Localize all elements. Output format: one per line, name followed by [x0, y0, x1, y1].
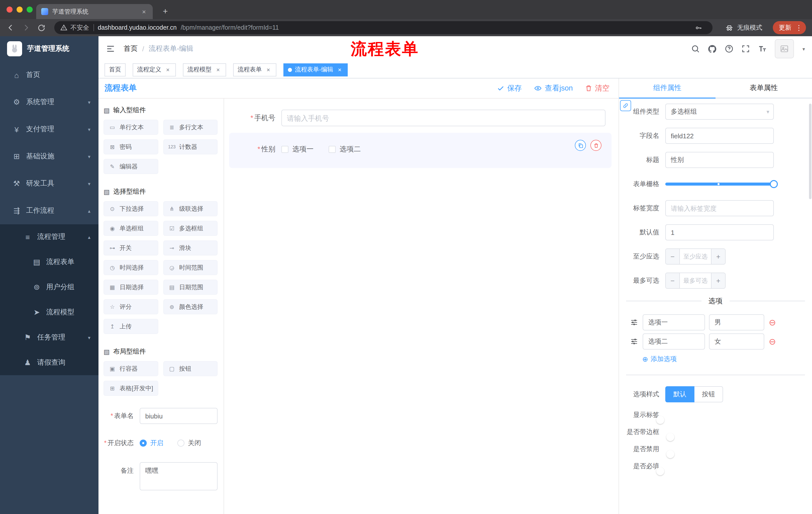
slider-track[interactable] [665, 183, 774, 186]
tag-close-icon[interactable]: × [336, 66, 343, 73]
tag-process-model[interactable]: 流程模型 × [183, 63, 226, 76]
sidebar-item-home[interactable]: ⌂ 首页 [0, 61, 98, 88]
tag-close-icon[interactable]: × [164, 66, 171, 73]
status-radio-on[interactable]: 开启 [140, 438, 163, 448]
sidebar-item-process-form[interactable]: ▤ 流程表单 [0, 249, 98, 275]
option-label-input[interactable] [643, 314, 705, 330]
form-grid-slider[interactable] [665, 176, 774, 192]
browser-tab[interactable]: 芋道管理系统 × [36, 4, 153, 19]
component-item[interactable]: ☆评分 [104, 299, 158, 314]
sidebar-item-devtools[interactable]: ⚒ 研发工具 ▾ [0, 170, 98, 197]
scrollbar-thumb[interactable] [809, 104, 812, 199]
label-width-input[interactable] [665, 200, 774, 216]
component-item[interactable]: ▣行容器 [104, 361, 158, 376]
selected-component-gender[interactable]: *性别 选项一 选项二 [229, 133, 611, 168]
component-item[interactable]: ◶时间范围 [163, 260, 218, 275]
drag-handle-icon[interactable] [630, 337, 639, 346]
option-value-input[interactable] [709, 314, 764, 330]
sidebar-item-infrastructure[interactable]: ⊞ 基础设施 ▾ [0, 143, 98, 170]
tab-component-properties[interactable]: 组件属性 [619, 78, 716, 98]
add-option-button[interactable]: ⊕ 添加选项 [642, 355, 807, 363]
tag-process-form-edit[interactable]: 流程表单-编辑 × [283, 63, 348, 76]
component-item[interactable]: ⊚颜色选择 [163, 299, 218, 314]
security-chip[interactable]: 不安全 [60, 23, 89, 32]
avatar-caret-icon[interactable]: ▾ [803, 46, 805, 52]
view-json-button[interactable]: 查看json [534, 83, 573, 93]
tag-process-form[interactable]: 流程表单 × [233, 63, 277, 76]
tag-home[interactable]: 首页 [105, 63, 126, 76]
github-icon[interactable] [707, 44, 717, 54]
component-item[interactable]: ▦日期选择 [104, 280, 158, 295]
clear-button[interactable]: 清空 [585, 83, 609, 93]
avatar[interactable] [775, 39, 794, 58]
option-style-button-button[interactable]: 按钮 [694, 386, 723, 402]
component-item[interactable]: ≣多行文本 [163, 120, 218, 135]
slider-handle[interactable] [770, 180, 778, 188]
copy-component-button[interactable] [575, 140, 586, 151]
new-tab-button[interactable]: + [160, 6, 171, 17]
back-button[interactable] [6, 23, 15, 32]
breadcrumb-home[interactable]: 首页 [124, 44, 138, 53]
sidebar-item-payment[interactable]: ¥ 支付管理 ▾ [0, 116, 98, 143]
component-item[interactable]: ✎编辑器 [104, 159, 158, 174]
gender-option-2[interactable]: 选项二 [329, 145, 361, 154]
update-button[interactable]: 更新 ⋮ [773, 21, 806, 34]
stepper-value[interactable]: 最多可选 [680, 273, 711, 288]
delete-component-button[interactable] [590, 140, 602, 151]
address-bar[interactable]: 不安全 dashboard.yudao.iocoder.cn/bpm/manag… [54, 21, 713, 34]
minimize-window-button[interactable] [17, 6, 23, 12]
reload-button[interactable] [37, 23, 46, 32]
save-button[interactable]: 保存 [497, 83, 522, 93]
password-key-icon[interactable] [695, 24, 702, 31]
component-item[interactable]: ↥上传 [104, 319, 158, 334]
option-label-input[interactable] [643, 333, 705, 350]
component-item[interactable]: ◷时间选择 [104, 260, 158, 275]
title-input[interactable] [665, 152, 774, 168]
tag-process-definition[interactable]: 流程定义 × [133, 63, 176, 76]
component-item[interactable]: 123计数器 [163, 139, 218, 154]
help-icon[interactable] [725, 44, 734, 53]
remove-option-button[interactable]: ⊖ [769, 318, 776, 327]
browser-menu-button[interactable]: ⋮ [795, 24, 803, 32]
phone-input[interactable] [281, 110, 606, 126]
doc-link-button[interactable] [620, 100, 631, 111]
form-name-input[interactable] [140, 408, 218, 424]
component-type-select[interactable]: 多选框组 [665, 104, 774, 120]
component-item[interactable]: ▭单行文本 [104, 120, 158, 135]
tab-close-icon[interactable]: × [140, 8, 148, 15]
tab-form-properties[interactable]: 表单属性 [716, 78, 812, 98]
stepper-decrease-button[interactable]: − [666, 273, 680, 288]
component-item[interactable]: ▢按钮 [163, 361, 218, 376]
component-item[interactable]: ◉单选框组 [104, 221, 158, 236]
sidebar-item-user-group[interactable]: ⊚ 用户分组 [0, 275, 98, 300]
sidebar-item-process-management[interactable]: ≡ 流程管理 ▴ [0, 224, 98, 249]
zoom-window-button[interactable] [27, 6, 33, 12]
sidebar-logo[interactable]: 芋道管理系统 [0, 36, 98, 61]
gender-option-1[interactable]: 选项一 [281, 145, 314, 154]
component-item[interactable]: ⊠密码 [104, 139, 158, 154]
tag-close-icon[interactable]: × [265, 66, 272, 73]
component-item[interactable]: ⊸滑块 [163, 240, 218, 255]
remove-option-button[interactable]: ⊖ [769, 337, 776, 346]
tag-close-icon[interactable]: × [214, 66, 222, 73]
default-value-input[interactable] [665, 224, 774, 240]
component-item[interactable]: ⊙下拉选择 [104, 201, 158, 216]
component-item[interactable]: ⊞表格[开发中] [104, 381, 158, 396]
sidebar-item-task-management[interactable]: ⚑ 任务管理 ▾ [0, 325, 98, 350]
sidebar-toggle-button[interactable] [106, 44, 116, 54]
close-window-button[interactable] [6, 6, 12, 12]
sidebar-item-leave-query[interactable]: ♟ 请假查询 [0, 350, 98, 375]
font-size-icon[interactable] [758, 44, 767, 53]
sidebar-item-workflow[interactable]: ⇶ 工作流程 ▴ [0, 197, 98, 224]
fullscreen-icon[interactable] [741, 44, 750, 53]
sidebar-item-process-model[interactable]: ➤ 流程模型 [0, 300, 98, 325]
search-icon[interactable] [691, 44, 700, 53]
forward-button[interactable] [22, 23, 31, 32]
stepper-increase-button[interactable]: + [711, 273, 725, 288]
component-item[interactable]: ▤日期范围 [163, 280, 218, 295]
option-value-input[interactable] [709, 333, 764, 350]
component-item[interactable]: ☑多选框组 [163, 221, 218, 236]
stepper-value[interactable]: 至少应选 [680, 249, 711, 264]
component-item[interactable]: ⊶开关 [104, 240, 158, 255]
stepper-increase-button[interactable]: + [711, 249, 725, 264]
